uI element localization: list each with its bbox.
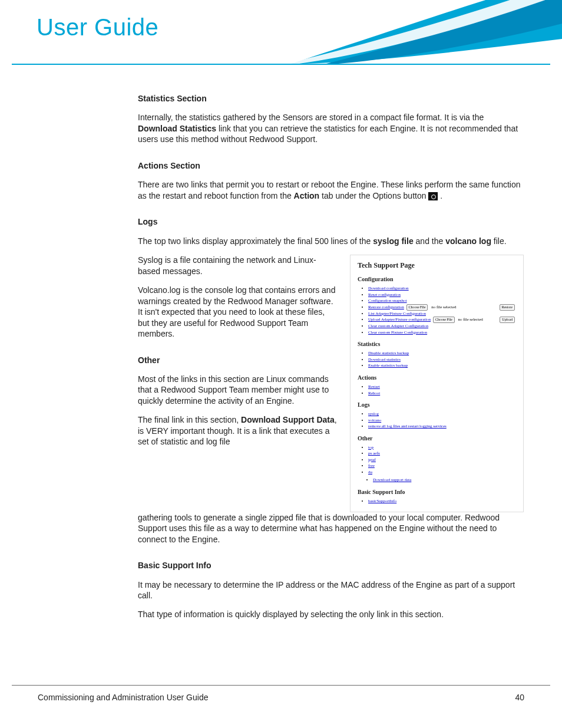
para-logs-3: Volcano.log is the console log that cont…: [138, 285, 338, 339]
para-other-2a: The final link in this section, Download…: [138, 414, 338, 447]
panel-list-other: top ps aefx iptaf free du: [368, 444, 516, 476]
panel-link[interactable]: List Adapter/Fixture Configuration: [368, 311, 426, 316]
heading-basic: Basic Support Info: [138, 560, 524, 571]
panel-h-statistics: Statistics: [358, 340, 516, 348]
para-other-2b: gathering tools to generate a single zip…: [138, 512, 524, 545]
tech-support-panel: Tech Support Page Configuration Download…: [350, 255, 524, 512]
para-logs-1: The top two links display approximately …: [138, 236, 524, 246]
panel-h-logs: Logs: [358, 401, 516, 409]
panel-link[interactable]: Restart: [368, 384, 380, 389]
panel-h-other: Other: [358, 434, 516, 442]
panel-title: Tech Support Page: [358, 261, 516, 271]
file-status: no file selected: [431, 305, 456, 309]
panel-list-basic: basicSupportInfo: [368, 498, 516, 505]
para-basic-2: That type of information is quickly disp…: [138, 609, 524, 620]
upload-button[interactable]: Upload: [500, 317, 515, 323]
panel-link[interactable]: remove all log files and restart logging…: [368, 424, 447, 429]
header-rule: [12, 64, 550, 65]
panel-link[interactable]: Download configuration: [368, 286, 409, 291]
panel-link[interactable]: Enable statistics backup: [368, 363, 408, 368]
panel-link[interactable]: Reset configuration: [368, 292, 401, 297]
para-logs-2: Syslog is a file containing the network …: [138, 255, 338, 276]
panel-list-actions: Restart Reboot: [368, 384, 516, 396]
page-footer: Commissioning and Administration User Gu…: [38, 693, 524, 702]
choose-file-button[interactable]: Choose File: [433, 317, 455, 323]
heading-actions: Actions Section: [138, 160, 524, 171]
heading-statistics: Statistics Section: [138, 93, 524, 104]
panel-link[interactable]: syslog: [368, 411, 379, 416]
panel-link[interactable]: du: [368, 470, 372, 475]
footer-text: Commissioning and Administration User Gu…: [38, 693, 208, 702]
panel-h-basic: Basic Support Info: [358, 488, 516, 496]
footer-rule: [12, 685, 550, 686]
panel-link[interactable]: ps aefx: [368, 451, 380, 456]
heading-other: Other: [138, 355, 338, 365]
file-status: no file selected: [458, 317, 483, 322]
panel-link[interactable]: top: [368, 445, 373, 450]
panel-link[interactable]: Download statistics: [368, 357, 401, 362]
para-basic-1: It may be necessary to determine the IP …: [138, 579, 524, 601]
options-gear-icon: [428, 192, 438, 200]
restore-button[interactable]: Restore: [500, 304, 515, 311]
choose-file-button[interactable]: Choose File: [406, 304, 428, 311]
doc-title: User Guide: [37, 14, 158, 41]
panel-list-logs: syslog volcano remove all log files and …: [368, 411, 516, 430]
page-header: User Guide: [0, 0, 562, 65]
panel-link[interactable]: Reboot: [368, 391, 380, 396]
panel-link[interactable]: iptaf: [368, 457, 376, 462]
panel-list-configuration: Download configuration Reset configurati…: [368, 285, 516, 335]
panel-h-configuration: Configuration: [358, 275, 516, 283]
panel-h-actions: Actions: [358, 374, 516, 381]
panel-link[interactable]: basicSupportInfo: [368, 499, 396, 503]
panel-link[interactable]: Configuration snapshot: [368, 298, 407, 303]
panel-link[interactable]: Clear custom Adapter Configuration: [368, 324, 428, 328]
page-body: Statistics Section Internally, the stati…: [138, 93, 524, 628]
page-number: 40: [515, 693, 524, 702]
panel-list-statistics: Disable statistics backup Download stati…: [368, 350, 516, 369]
para-statistics: Internally, the statistics gathered by t…: [138, 112, 524, 144]
panel-link[interactable]: Disable statistics backup: [368, 351, 409, 355]
panel-link[interactable]: Clear custom Fixture Configuration: [368, 330, 427, 335]
para-other-1: Most of the links in this section are Li…: [138, 374, 338, 406]
heading-logs: Logs: [138, 216, 524, 227]
left-column: Syslog is a file containing the network …: [138, 255, 338, 447]
para-actions: There are two links that permit you to r…: [138, 179, 524, 201]
panel-link[interactable]: volcano: [368, 418, 381, 423]
panel-link[interactable]: Download support data: [373, 477, 411, 482]
panel-list-other-sub: Download support data: [373, 477, 516, 483]
panel-link[interactable]: Upload Adapter/Fixture configuration: [368, 317, 431, 322]
header-swoosh-graphic: [291, 0, 562, 65]
panel-link[interactable]: free: [368, 463, 375, 468]
panel-link[interactable]: Restore configuration: [368, 305, 404, 309]
